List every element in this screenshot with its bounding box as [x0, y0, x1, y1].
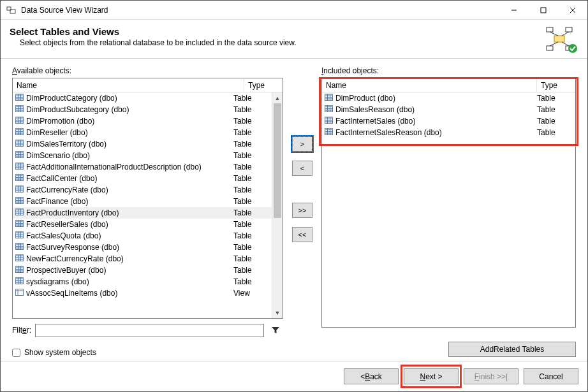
table-icon [15, 254, 24, 263]
table-row[interactable]: DimReseller (dbo)Table [13, 127, 272, 138]
row-name: DimProduct (dbo) [335, 94, 395, 103]
table-row[interactable]: FactAdditionalInternationalProductDescri… [13, 161, 272, 173]
table-icon [15, 128, 24, 137]
filter-input[interactable] [35, 324, 264, 337]
svg-rect-107 [16, 266, 24, 268]
filter-funnel-icon[interactable] [268, 323, 283, 337]
row-type: Table [537, 94, 573, 103]
col-header-name[interactable]: Name [322, 79, 537, 92]
scroll-up-icon[interactable]: ▲ [272, 92, 283, 103]
add-all-button[interactable]: >> [292, 203, 312, 218]
col-header-type[interactable]: Type [537, 79, 575, 92]
svg-rect-8 [554, 36, 564, 42]
table-row[interactable]: DimSalesReason (dbo)Table [322, 104, 575, 115]
svg-rect-9 [547, 46, 553, 50]
svg-rect-118 [16, 289, 24, 296]
maximize-button[interactable] [529, 1, 558, 19]
table-row[interactable]: FactFinance (dbo)Table [13, 196, 272, 207]
table-row[interactable]: ProspectiveBuyer (dbo)Table [13, 265, 272, 276]
svg-rect-3 [541, 8, 546, 13]
table-row[interactable]: FactInternetSalesReason (dbo)Table [322, 127, 575, 138]
available-list[interactable]: Name Type DimProductCategory (dbo)TableD… [12, 78, 283, 319]
next-button[interactable]: Next > [404, 368, 459, 384]
table-icon [15, 140, 24, 149]
svg-rect-95 [16, 243, 24, 245]
table-row[interactable]: DimProductCategory (dbo)Table [13, 92, 272, 104]
show-system-input[interactable] [12, 349, 20, 357]
wizard-window: Data Source View Wizard Select Tables an… [0, 0, 588, 392]
remove-button[interactable]: < [292, 161, 312, 176]
svg-rect-101 [16, 255, 24, 257]
page-subtitle: Select objects from the relational datab… [20, 38, 543, 47]
col-header-type[interactable]: Type [244, 79, 283, 92]
minimize-button[interactable] [499, 1, 529, 19]
table-row[interactable]: DimSalesTerritory (dbo)Table [13, 138, 272, 150]
table-row[interactable]: FactInternetSales (dbo)Table [322, 115, 575, 127]
svg-rect-23 [16, 106, 24, 108]
table-row[interactable]: DimProductSubcategory (dbo)Table [13, 104, 272, 115]
row-type: Table [233, 117, 269, 126]
scroll-down-icon[interactable]: ▼ [272, 307, 283, 318]
cancel-button[interactable]: Cancel [524, 368, 578, 384]
table-row[interactable]: DimPromotion (dbo)Table [13, 115, 272, 127]
table-icon [15, 220, 24, 229]
svg-rect-140 [325, 129, 333, 131]
row-name: FactProductInventory (dbo) [26, 208, 119, 217]
table-row[interactable]: FactCurrencyRate (dbo)Table [13, 184, 272, 196]
table-icon [15, 289, 24, 298]
row-name: DimSalesTerritory (dbo) [26, 140, 107, 149]
close-button[interactable] [558, 1, 587, 19]
table-row[interactable]: FactResellerSales (dbo)Table [13, 219, 272, 230]
row-type: Table [537, 128, 573, 137]
row-type: Table [233, 220, 269, 229]
table-row[interactable]: FactProductInventory (dbo)Table [13, 207, 272, 219]
table-icon [15, 94, 24, 103]
table-row[interactable]: FactSurveyResponse (dbo)Table [13, 242, 272, 253]
table-icon [15, 243, 24, 252]
add-button[interactable]: > [292, 136, 312, 152]
table-row[interactable]: sysdiagrams (dbo)Table [13, 276, 272, 287]
col-header-name[interactable]: Name [13, 79, 244, 92]
row-name: DimScenario (dbo) [26, 151, 90, 160]
table-icon [15, 163, 24, 171]
row-type: Table [233, 185, 269, 194]
table-row[interactable]: vAssocSeqLineItems (dbo)View [13, 287, 272, 299]
back-button[interactable]: < Back [344, 368, 399, 384]
table-row[interactable]: DimScenario (dbo)Table [13, 150, 272, 161]
table-icon [15, 208, 24, 217]
scroll-thumb[interactable] [274, 103, 281, 218]
row-type: Table [233, 243, 269, 252]
row-type: Table [233, 128, 269, 137]
table-icon [15, 231, 24, 240]
row-type: Table [233, 231, 269, 240]
row-name: FactResellerSales (dbo) [26, 220, 108, 229]
svg-rect-41 [16, 140, 24, 142]
table-row[interactable]: FactSalesQuota (dbo)Table [13, 230, 272, 242]
table-row[interactable]: DimProduct (dbo)Table [322, 92, 575, 104]
included-list[interactable]: Name Type DimProduct (dbo)TableDimSalesR… [321, 78, 576, 328]
window-title: Data Source View Wizard [21, 6, 499, 15]
table-icon [15, 266, 24, 275]
table-icon [15, 174, 24, 183]
svg-line-13 [550, 42, 558, 46]
row-type: Table [233, 163, 269, 171]
show-system-checkbox[interactable]: Show system objects [12, 348, 283, 357]
available-label: Available objects: [12, 66, 283, 75]
available-scrollbar[interactable]: ▲ ▼ [272, 92, 283, 318]
remove-all-button[interactable]: << [292, 227, 312, 242]
wizard-body: Available objects: Name Type DimProductC… [1, 59, 587, 361]
row-name: FactAdditionalInternationalProductDescri… [26, 163, 202, 171]
add-related-tables-button[interactable]: Add Related Tables [448, 342, 576, 357]
row-name: ProspectiveBuyer (dbo) [26, 266, 106, 275]
svg-rect-128 [325, 106, 333, 108]
svg-rect-17 [16, 94, 24, 96]
table-row[interactable]: NewFactCurrencyRate (dbo)Table [13, 253, 272, 265]
wizard-header: Select Tables and Views Select objects f… [1, 20, 587, 59]
included-label: Included objects: [321, 66, 576, 75]
row-type: Table [233, 277, 269, 286]
row-name: DimReseller (dbo) [26, 128, 88, 137]
svg-rect-29 [16, 117, 24, 119]
svg-rect-122 [325, 94, 333, 96]
table-row[interactable]: FactCallCenter (dbo)Table [13, 173, 272, 184]
table-icon [15, 105, 24, 114]
